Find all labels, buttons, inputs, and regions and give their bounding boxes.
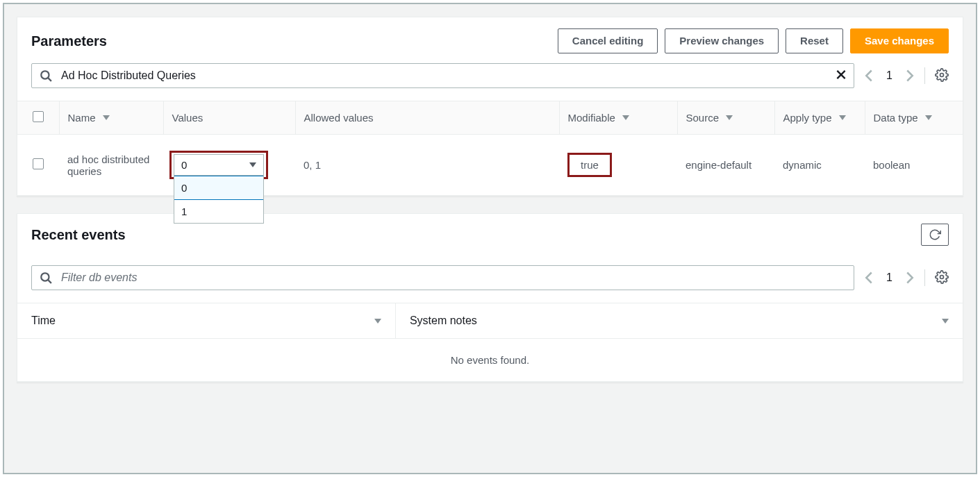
parameters-search	[31, 63, 854, 88]
col-data-type[interactable]: Data type	[874, 112, 918, 124]
table-row: ad hoc distributed queries 0 0 1	[17, 135, 963, 196]
col-modifiable[interactable]: Modifiable	[568, 112, 615, 124]
parameters-title: Parameters	[31, 33, 551, 49]
values-option-1[interactable]: 1	[174, 200, 263, 223]
values-option-0[interactable]: 0	[174, 176, 263, 200]
parameters-search-input[interactable]	[31, 63, 854, 88]
events-table: Time System notes No events found.	[17, 303, 963, 382]
sort-icon	[839, 115, 846, 120]
svg-point-4	[940, 73, 944, 76]
parameters-table: Name Values Allowed values Modifiable So…	[17, 101, 963, 196]
events-filter	[31, 265, 854, 290]
row-name: ad hoc distributed queries	[67, 153, 149, 177]
values-dropdown-button[interactable]: 0	[174, 154, 264, 176]
sort-icon	[103, 115, 110, 120]
recent-events-title: Recent events	[31, 227, 914, 243]
sort-icon	[942, 319, 949, 324]
cancel-editing-button[interactable]: Cancel editing	[558, 28, 658, 53]
col-apply-type[interactable]: Apply type	[783, 112, 832, 124]
col-source[interactable]: Source	[686, 112, 720, 124]
row-modifiable: true	[567, 153, 612, 177]
events-empty-row: No events found.	[17, 339, 963, 382]
page-number: 1	[883, 271, 895, 284]
events-filter-input[interactable]	[31, 265, 854, 290]
values-dropdown[interactable]: 0 0 1	[174, 154, 264, 176]
values-dropdown-list: 0 1	[174, 176, 264, 224]
sort-icon	[622, 115, 629, 120]
svg-point-7	[940, 275, 944, 278]
chevron-down-icon	[249, 162, 256, 167]
select-all-checkbox[interactable]	[33, 111, 44, 122]
settings-icon[interactable]	[935, 68, 949, 84]
page-number: 1	[883, 69, 895, 82]
next-page-icon[interactable]	[905, 69, 915, 83]
refresh-button[interactable]	[921, 224, 949, 246]
preview-changes-button[interactable]: Preview changes	[665, 28, 779, 53]
events-pager: 1	[864, 271, 915, 285]
col-allowed: Allowed values	[304, 112, 374, 124]
prev-page-icon[interactable]	[864, 271, 874, 285]
sort-icon	[726, 115, 733, 120]
values-highlight: 0 0 1	[172, 153, 266, 177]
row-data-type: boolean	[873, 159, 910, 171]
col-system-notes[interactable]: System notes	[410, 315, 477, 327]
clear-icon[interactable]	[835, 69, 847, 83]
col-name[interactable]: Name	[68, 112, 96, 124]
values-dropdown-selected: 0	[181, 159, 187, 171]
divider	[924, 67, 925, 84]
row-apply-type: dynamic	[783, 159, 822, 171]
prev-page-icon[interactable]	[864, 69, 874, 83]
row-allowed: 0, 1	[304, 159, 321, 171]
next-page-icon[interactable]	[905, 271, 915, 285]
sort-icon	[925, 115, 932, 120]
sort-icon	[374, 319, 381, 324]
parameters-pager: 1	[864, 69, 915, 83]
parameters-panel: Parameters Cancel editing Preview change…	[17, 17, 963, 196]
row-checkbox[interactable]	[33, 158, 44, 169]
divider	[924, 269, 925, 286]
reset-button[interactable]: Reset	[786, 28, 843, 53]
events-empty-text: No events found.	[451, 354, 529, 366]
recent-events-panel: Recent events 1	[17, 213, 963, 383]
row-source: engine-default	[686, 159, 751, 171]
col-values: Values	[172, 112, 204, 124]
col-time[interactable]: Time	[31, 315, 56, 327]
settings-icon[interactable]	[935, 270, 949, 286]
save-changes-button[interactable]: Save changes	[850, 28, 949, 53]
